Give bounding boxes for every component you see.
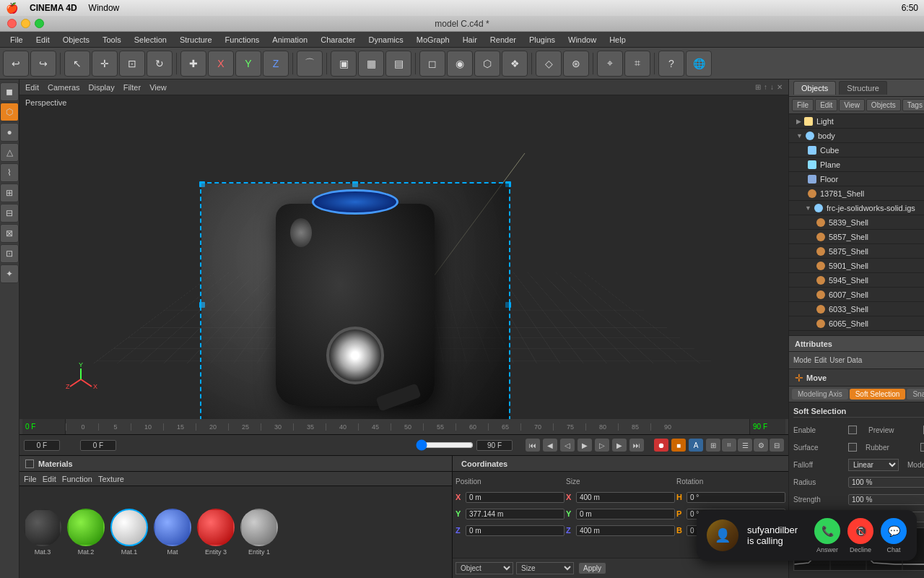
- select-tool[interactable]: ↖: [64, 51, 90, 77]
- maximize-button[interactable]: [35, 19, 44, 28]
- vp-icon-4[interactable]: ✕: [777, 83, 783, 91]
- edit-btn[interactable]: Edit: [814, 356, 827, 364]
- obj-tb-file[interactable]: File: [792, 99, 814, 111]
- vp-menu-edit[interactable]: Edit: [25, 83, 39, 92]
- new-obj-btn[interactable]: ✚: [180, 51, 206, 77]
- mode-edge[interactable]: △: [0, 143, 19, 162]
- redo-button[interactable]: ↪: [30, 51, 56, 77]
- menu-help[interactable]: Help: [603, 34, 632, 46]
- y-axis-btn[interactable]: Y: [235, 51, 261, 77]
- mat-menu-texture[interactable]: Texture: [98, 475, 124, 483]
- minimize-button[interactable]: [21, 19, 30, 28]
- material-mat[interactable]: Mat: [154, 509, 191, 556]
- loop-tool[interactable]: ⊛: [563, 51, 589, 77]
- menu-functions[interactable]: Functions: [219, 34, 266, 46]
- tab-structure[interactable]: Structure: [839, 81, 887, 95]
- menu-mograph[interactable]: MoGraph: [411, 34, 456, 46]
- menu-character[interactable]: Character: [315, 34, 361, 46]
- window-menu[interactable]: Window: [89, 3, 120, 13]
- bend-tool[interactable]: ⌒: [297, 51, 323, 77]
- lasso-tool[interactable]: ⌗: [624, 51, 650, 77]
- tool-9[interactable]: ✦: [0, 264, 19, 283]
- obj-row-13781[interactable]: 13781_Shell: [789, 186, 924, 201]
- play-btn[interactable]: ▶: [578, 439, 592, 452]
- vp-icon-2[interactable]: ↑: [764, 83, 767, 91]
- menu-objects[interactable]: Objects: [57, 34, 95, 46]
- tool-7[interactable]: ⊠: [0, 224, 19, 243]
- goto-end-btn[interactable]: ⏭: [629, 439, 644, 452]
- y-pos-input[interactable]: [466, 509, 565, 519]
- obj-row-floor[interactable]: Floor: [789, 172, 924, 186]
- radius-input[interactable]: [848, 477, 924, 488]
- render-anim[interactable]: ▤: [385, 51, 411, 77]
- obj-row-6033-shell[interactable]: 6033_Shell: [789, 302, 924, 316]
- obj-tb-view[interactable]: View: [839, 99, 865, 111]
- menu-file[interactable]: File: [4, 34, 29, 46]
- answer-button[interactable]: 📞: [814, 518, 840, 544]
- chat-button[interactable]: 💬: [881, 518, 907, 544]
- y-size-input[interactable]: [576, 509, 675, 519]
- mat-menu-edit[interactable]: Edit: [43, 475, 56, 483]
- frame-pos-field[interactable]: 0 F: [80, 440, 116, 451]
- x-size-input[interactable]: [576, 492, 675, 503]
- next-key-btn[interactable]: ▷: [595, 439, 609, 452]
- menu-tools[interactable]: Tools: [97, 34, 127, 46]
- cursor-tool[interactable]: ⌖: [597, 51, 623, 77]
- menu-window[interactable]: Window: [562, 34, 602, 46]
- close-button[interactable]: [7, 19, 17, 28]
- material-mat2[interactable]: Mat.2: [67, 509, 105, 556]
- knife-tool[interactable]: ◇: [536, 51, 562, 77]
- cylinder-btn[interactable]: ⬡: [474, 51, 500, 77]
- obj-row-6065-shell[interactable]: 6065_Shell: [789, 316, 924, 331]
- stop-btn[interactable]: ■: [671, 439, 686, 452]
- poly-btn[interactable]: ❖: [502, 51, 528, 77]
- prev-frame-btn[interactable]: ◀: [543, 439, 557, 452]
- x-pos-input[interactable]: [466, 492, 565, 503]
- frame-start-field[interactable]: 0 F: [24, 440, 60, 451]
- tl-expand[interactable]: ⊟: [770, 439, 784, 452]
- tab-objects[interactable]: Objects: [793, 81, 836, 95]
- obj-tb-objects[interactable]: Objects: [866, 99, 901, 111]
- strength-input[interactable]: [848, 494, 924, 505]
- rubber-checkbox[interactable]: [920, 443, 924, 452]
- mode-object[interactable]: ⬡: [0, 103, 19, 121]
- sphere-btn[interactable]: ◉: [447, 51, 473, 77]
- material-entity3[interactable]: Entity 3: [197, 509, 235, 556]
- size-dropdown[interactable]: Size: [516, 562, 574, 574]
- obj-row-5839-shell[interactable]: 5839_Shell: [789, 215, 924, 230]
- render-region[interactable]: ▦: [358, 51, 384, 77]
- viewport-area[interactable]: Perspective: [19, 95, 788, 419]
- obj-tb-tags[interactable]: Tags: [902, 99, 924, 111]
- enable-checkbox[interactable]: [848, 426, 857, 434]
- prev-key-btn[interactable]: ◁: [560, 439, 575, 452]
- vp-menu-display[interactable]: Display: [89, 83, 115, 92]
- userdata-btn[interactable]: User Data: [829, 356, 862, 364]
- z-axis-btn[interactable]: Z: [263, 51, 289, 77]
- obj-row-plane[interactable]: Plane: [789, 158, 924, 172]
- record-btn[interactable]: ⏺: [654, 439, 668, 452]
- z-size-input[interactable]: [576, 525, 675, 536]
- z-pos-input[interactable]: [466, 525, 565, 536]
- rotate-tool[interactable]: ↻: [147, 51, 173, 77]
- menu-hair[interactable]: Hair: [457, 34, 483, 46]
- menu-structure[interactable]: Structure: [174, 34, 218, 46]
- autokey-btn[interactable]: A: [689, 439, 703, 452]
- move-tool[interactable]: ✛: [92, 51, 118, 77]
- apply-button[interactable]: Apply: [578, 562, 606, 574]
- vp-icon-1[interactable]: ⊞: [755, 83, 761, 91]
- help-btn[interactable]: ?: [658, 51, 684, 77]
- dope-sheet[interactable]: ☰: [738, 439, 752, 452]
- obj-row-5945-shell[interactable]: 5945_Shell: [789, 273, 924, 288]
- mode-model[interactable]: ◼: [0, 82, 19, 101]
- decline-button[interactable]: 📵: [847, 518, 873, 544]
- material-entity1[interactable]: Entity 1: [240, 509, 278, 556]
- scale-tool[interactable]: ⊡: [119, 51, 145, 77]
- h-rot-input[interactable]: [687, 492, 785, 503]
- mode-btn[interactable]: Mode: [793, 356, 811, 364]
- materials-checkbox[interactable]: [25, 460, 34, 468]
- snap-grid[interactable]: ⊞: [0, 184, 19, 202]
- subtab-modeling-axis[interactable]: Modeling Axis: [792, 389, 848, 400]
- obj-row-light[interactable]: ▶ Light: [789, 114, 924, 129]
- material-mat3[interactable]: Mat.3: [24, 509, 61, 556]
- object-dropdown[interactable]: Object: [456, 562, 513, 574]
